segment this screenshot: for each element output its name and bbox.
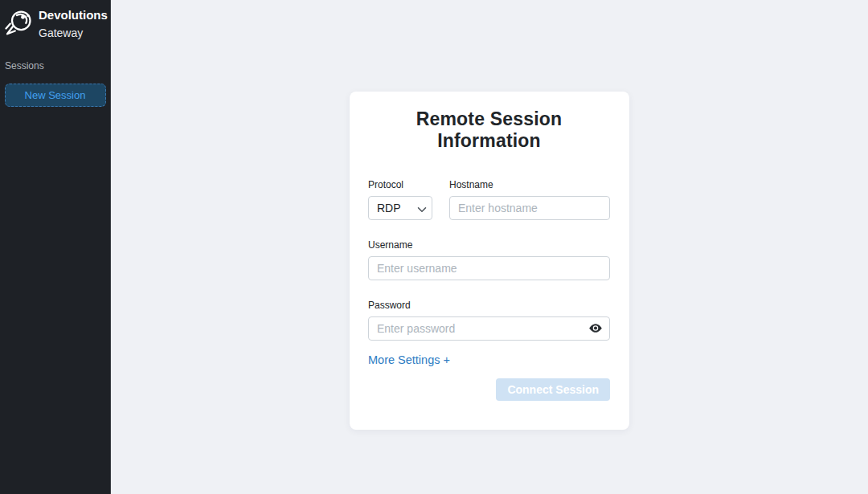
hostname-label: Hostname: [449, 179, 610, 190]
hostname-input[interactable]: [449, 196, 610, 220]
connect-session-button[interactable]: Connect Session: [496, 378, 610, 401]
page-title: Remote Session Information: [368, 108, 610, 152]
password-label: Password: [368, 300, 610, 311]
password-input[interactable]: [368, 316, 610, 341]
app-window: Devolutions Gateway Sessions New Session…: [0, 0, 868, 494]
username-input[interactable]: [368, 256, 610, 280]
eye-icon: [588, 325, 604, 337]
sidebar: Devolutions Gateway Sessions New Session: [0, 0, 111, 494]
new-session-button[interactable]: New Session: [5, 84, 106, 107]
devolutions-bird-icon: [5, 8, 34, 37]
username-field-group: Username: [368, 239, 610, 280]
app-logo-text: Devolutions Gateway: [39, 6, 108, 41]
sidebar-section-sessions: Sessions: [0, 46, 110, 71]
toggle-password-visibility-button[interactable]: [588, 321, 604, 336]
protocol-label: Protocol: [368, 179, 432, 190]
username-label: Username: [368, 239, 610, 251]
logo-title: Devolutions: [39, 8, 108, 22]
hostname-field-group: Hostname: [449, 179, 610, 220]
app-logo: Devolutions Gateway: [0, 0, 110, 46]
main-content: Remote Session Information Protocol RDP: [111, 0, 868, 494]
logo-subtitle: Gateway: [39, 27, 83, 39]
password-field-group: Password: [368, 300, 610, 341]
connect-button-row: Connect Session: [368, 378, 610, 401]
remote-session-card: Remote Session Information Protocol RDP: [350, 92, 629, 430]
protocol-field-group: Protocol RDP: [368, 179, 432, 220]
protocol-hostname-row: Protocol RDP Hostname: [368, 179, 610, 220]
more-settings-link[interactable]: More Settings +: [368, 353, 450, 366]
protocol-select[interactable]: RDP: [368, 196, 432, 220]
